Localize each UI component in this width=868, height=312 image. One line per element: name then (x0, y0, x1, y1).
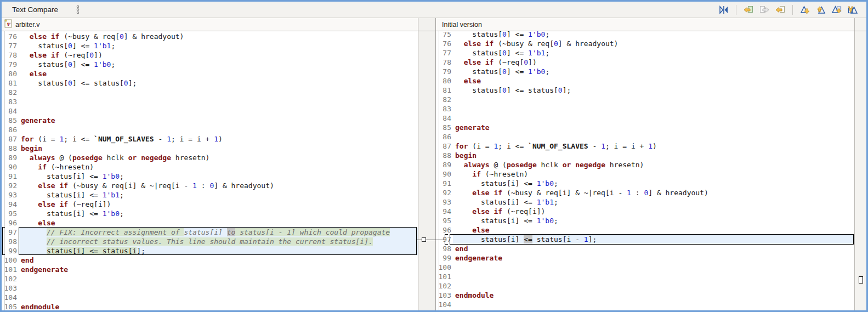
next-change-icon[interactable] (831, 4, 843, 16)
code-text: else if (~req[i]) (19, 200, 418, 209)
code-text: status[i] <= 1'b0; (453, 216, 854, 225)
toolbar-separator (792, 5, 793, 15)
line-number: 80 (436, 76, 453, 86)
code-line: 92 else if (~busy & req[i] & ~|req[i - 1… (436, 188, 854, 197)
line-number: 87 (2, 134, 19, 144)
previous-change-icon[interactable] (847, 4, 859, 16)
code-text: else (453, 76, 854, 86)
code-line: 101endgenerate (2, 265, 418, 274)
left-diff-bracket (2, 227, 5, 255)
line-number: 93 (436, 197, 453, 207)
line-number: 99 (436, 253, 453, 263)
copy-current-left-to-right-icon[interactable] (758, 4, 770, 16)
line-number: 90 (2, 162, 19, 172)
line-number: 102 (2, 274, 19, 283)
code-line: 78 else if (~req[0]) (2, 50, 418, 60)
code-text: endmodule (19, 302, 418, 310)
line-number: 94 (2, 200, 19, 209)
view-title: Text Compare (2, 5, 58, 14)
line-number: 91 (2, 172, 19, 181)
code-line: 99endgenerate (436, 253, 854, 263)
previous-difference-icon[interactable] (815, 4, 827, 16)
code-line: 89 always @ (posedge hclk or negedge hre… (436, 160, 854, 169)
code-line: 101 (436, 272, 854, 281)
line-number: 100 (436, 263, 453, 272)
code-text (19, 293, 418, 302)
code-line: 83 (2, 97, 418, 106)
overview-diff-marker[interactable] (859, 276, 863, 283)
code-text: status[i] <= 1'b0; (19, 172, 418, 181)
text-compare-window: Text Compare (0, 0, 868, 312)
code-line: 105endmodule (2, 302, 418, 310)
right-code-lines: 75 status[0] <= 1'b0;76 else if (~busy &… (436, 31, 854, 309)
code-line: 89 always @ (posedge hclk or negedge hre… (2, 153, 418, 162)
line-number: 103 (436, 291, 453, 300)
kebab-menu-icon[interactable] (76, 4, 80, 15)
line-number: 89 (2, 153, 19, 162)
code-text (453, 300, 854, 309)
line-number: 105 (2, 302, 19, 310)
code-text: status[0] <= 1'b0; (453, 31, 854, 39)
line-number: 98 (436, 244, 453, 253)
code-line: 79 status[0] <= 1'b0; (2, 60, 418, 69)
code-text: status[0] <= 1'b0; (453, 67, 854, 76)
code-line: 90 if (~hresetn) (2, 162, 418, 172)
code-line: 82 (436, 95, 854, 104)
code-text: endgenerate (19, 265, 418, 274)
code-line: 84 (436, 114, 854, 123)
compare-main-area: 76 else if (~busy & req[0] & hreadyout)7… (2, 31, 866, 310)
code-line: 104 (2, 293, 418, 302)
swap-left-and-right-icon[interactable] (718, 4, 730, 16)
line-number: 84 (436, 114, 453, 123)
code-text: status[0] <= status[0]; (453, 86, 854, 95)
line-number: 95 (2, 209, 19, 218)
compare-editor-header: Text Compare (2, 2, 866, 18)
copy-current-right-to-left-icon[interactable] (774, 4, 786, 16)
current-diff-box-right (450, 234, 854, 245)
line-number: 92 (436, 188, 453, 197)
line-number: 76 (2, 32, 19, 41)
verilog-file-icon: v (4, 19, 12, 30)
code-text (453, 114, 854, 123)
code-text (453, 263, 854, 272)
code-text (453, 104, 854, 114)
code-text (19, 97, 418, 106)
code-text: end (19, 256, 418, 265)
code-line: 81 status[0] <= status[0]; (2, 78, 418, 88)
code-line: 80 else (436, 76, 854, 86)
next-difference-icon[interactable] (799, 4, 811, 16)
line-number: 78 (436, 58, 453, 67)
code-text: endgenerate (453, 253, 854, 263)
code-text: else if (~req[0]) (19, 50, 418, 60)
line-number: 93 (2, 190, 19, 200)
code-text: always @ (posedge hclk or negedge hreset… (453, 160, 854, 169)
code-text: else if (~busy & req[0] & hreadyout) (19, 32, 418, 41)
code-line: 77 status[0] <= 1'b1; (436, 48, 854, 58)
line-number: 86 (2, 125, 19, 134)
line-number: 85 (2, 116, 19, 125)
code-text: generate (453, 123, 854, 132)
line-number: 96 (2, 218, 19, 228)
code-text: else if (~busy & req[i] & ~|req[i - 1 : … (19, 181, 418, 190)
right-code-editor[interactable]: 75 status[0] <= 1'b0;76 else if (~busy &… (436, 31, 854, 310)
line-number: 101 (436, 272, 453, 281)
line-number: 86 (436, 132, 453, 141)
code-line: 78 else if (~req[0]) (436, 58, 854, 67)
line-number: 79 (2, 60, 19, 69)
line-number: 91 (436, 179, 453, 188)
line-number: 101 (2, 265, 19, 274)
code-text: else (19, 218, 418, 228)
code-line: 102 (2, 274, 418, 283)
code-line: 95 status[i] <= 1'b0; (436, 216, 854, 225)
code-line: 96 else (2, 218, 418, 228)
code-text: for (i = 1; i <= `NUM_OF_SLAVES - 1; i =… (453, 141, 854, 151)
code-line: 87for (i = 1; i <= `NUM_OF_SLAVES - 1; i… (2, 134, 418, 144)
overview-ruler[interactable] (854, 31, 866, 310)
left-code-editor[interactable]: 76 else if (~busy & req[0] & hreadyout)7… (2, 31, 418, 310)
code-line: 84 (2, 106, 418, 116)
copy-all-right-to-left-icon[interactable] (742, 4, 754, 16)
code-text: generate (19, 116, 418, 125)
header-ruler-corner (854, 18, 866, 31)
code-text: status[0] <= status[0]; (19, 78, 418, 88)
code-text: status[i] <= 1'b0; (453, 179, 854, 188)
